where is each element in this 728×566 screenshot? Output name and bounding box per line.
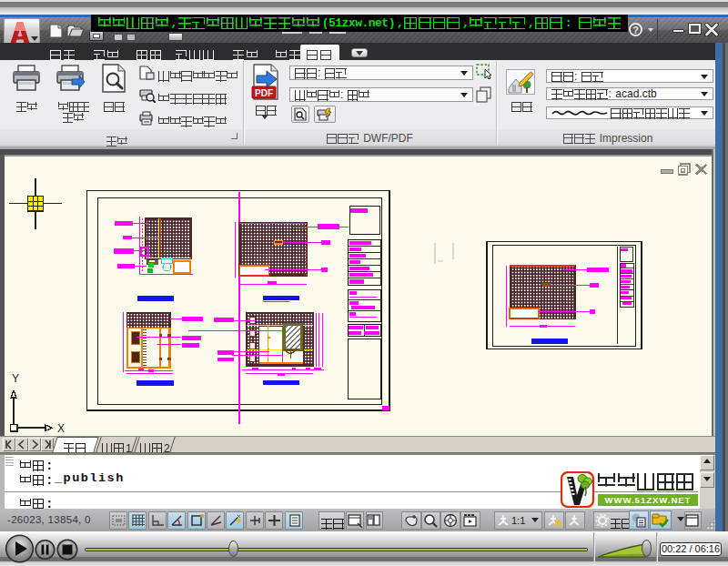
svg-text:X: X: [57, 422, 65, 435]
svg-text:PDF: PDF: [255, 88, 273, 98]
svg-text:Y: Y: [12, 372, 19, 385]
